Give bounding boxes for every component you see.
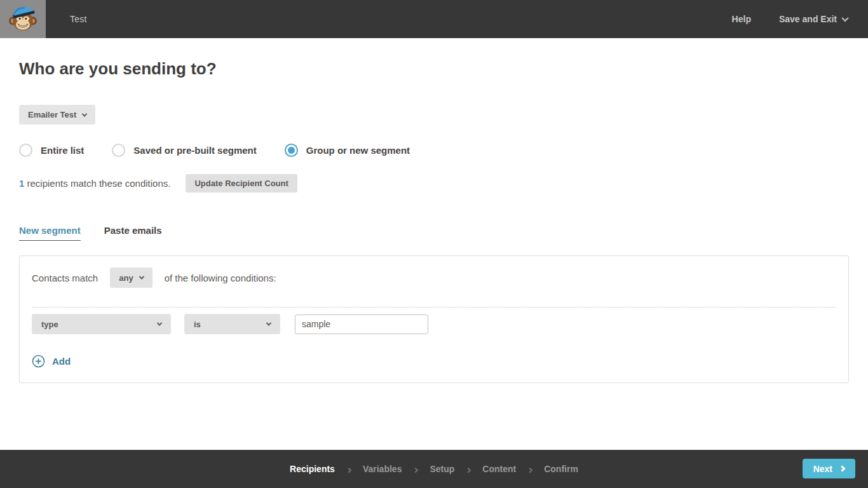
radio-circle-icon[interactable] [112,144,125,157]
condition-field-select[interactable]: type [32,314,171,334]
step-setup[interactable]: Setup [430,464,454,474]
match-condition-row: Contacts match any of the following cond… [32,268,836,288]
radio-circle-selected-icon[interactable] [285,144,298,157]
step-variables[interactable]: Variables [363,464,402,474]
step-recipients[interactable]: Recipients [290,464,335,474]
save-and-exit-button[interactable]: Save and Exit [779,14,848,24]
topbar-actions: Help Save and Exit [732,14,868,24]
list-selector-row: Emailer Test [19,105,849,125]
chevron-right-icon [839,466,846,472]
tab-new-segment[interactable]: New segment [19,225,81,241]
mailchimp-logo[interactable] [0,0,46,38]
match-any-select[interactable]: any [110,268,152,288]
recipient-count-text: 1 recipients match these conditions. [19,178,170,189]
step-breadcrumb: Recipients Variables Setup Content Confi… [290,463,578,475]
dotted-divider [32,307,836,308]
main-content: Who are you sending to? Emailer Test Ent… [0,38,868,450]
campaign-title: Test [70,14,86,24]
radio-group-new-segment[interactable]: Group or new segment [285,144,410,157]
recipient-count-row: 1 recipients match these conditions. Upd… [19,174,849,193]
match-suffix-text: of the following conditions: [165,273,276,283]
update-recipient-count-button[interactable]: Update Recipient Count [186,174,297,193]
mailchimp-freddie-icon [8,4,37,34]
step-confirm[interactable]: Confirm [544,464,578,474]
chevron-right-icon [528,463,532,475]
recipient-type-radios: Entire list Saved or pre-built segment G… [19,144,849,157]
chevron-right-icon [466,463,470,475]
chevron-down-icon [139,274,144,279]
add-condition-button[interactable]: Add [32,355,71,368]
chevron-down-icon [841,15,848,22]
plus-circle-icon [32,355,45,368]
condition-value-input[interactable] [295,315,428,334]
tab-paste-emails[interactable]: Paste emails [104,225,162,241]
chevron-right-icon [347,463,351,475]
chevron-right-icon [414,463,417,475]
condition-operator-select[interactable]: is [184,314,280,334]
match-prefix-text: Contacts match [32,273,98,283]
radio-saved-segment[interactable]: Saved or pre-built segment [112,144,256,157]
footer-bar: Recipients Variables Setup Content Confi… [0,450,868,488]
step-content[interactable]: Content [482,464,516,474]
segment-builder-box: Contacts match any of the following cond… [19,255,849,383]
chevron-down-icon [266,320,271,325]
segment-tabs: New segment Paste emails [19,225,849,241]
recipient-count-number: 1 [19,178,24,189]
top-bar: Test Help Save and Exit [0,0,868,38]
help-link[interactable]: Help [732,14,751,24]
condition-row: type is [32,314,836,334]
chevron-down-icon [82,111,87,116]
chevron-down-icon [157,320,162,325]
next-button[interactable]: Next [803,459,855,478]
list-selector-button[interactable]: Emailer Test [19,105,95,125]
page-title: Who are you sending to? [19,59,849,79]
radio-entire-list[interactable]: Entire list [19,144,84,157]
radio-circle-icon[interactable] [19,144,32,157]
